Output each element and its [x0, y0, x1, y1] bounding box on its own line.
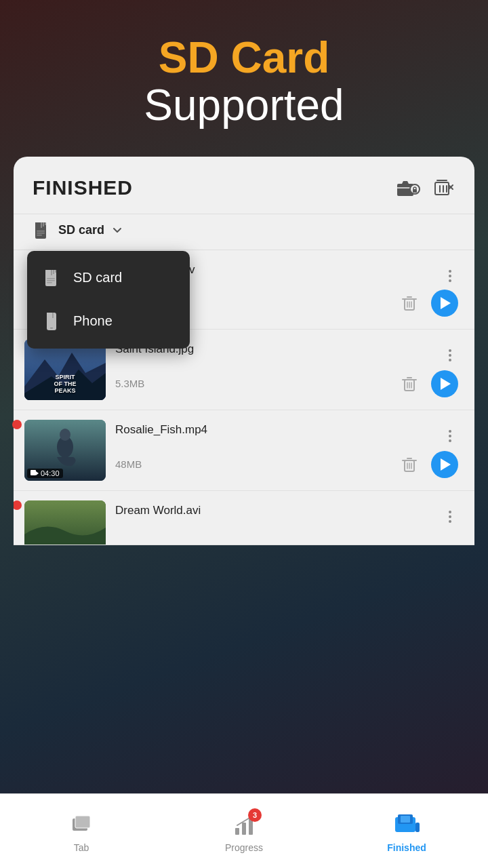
peaks-text: SPIRITOF THEPEAKS [52, 372, 79, 397]
hero-title-orange: SD Card [14, 34, 474, 81]
svg-rect-57 [30, 470, 36, 475]
new-indicator-dream [14, 500, 22, 510]
file-name-rosalie: Rosalie_Fish.mp4 [115, 422, 442, 437]
video-duration-rosalie: 04:30 [27, 469, 63, 478]
svg-rect-20 [45, 270, 51, 275]
play-button-rosalie[interactable] [431, 451, 458, 478]
svg-rect-38 [407, 296, 412, 298]
svg-rect-25 [47, 280, 55, 281]
file-item-dream-world: Dream World.avi [14, 491, 474, 545]
svg-rect-29 [52, 313, 54, 318]
svg-rect-13 [41, 222, 42, 228]
svg-rect-82 [415, 823, 420, 832]
dropdown-item-phone[interactable]: Phone [27, 300, 190, 343]
hero-title-white: Supported [14, 81, 474, 129]
svg-point-35 [449, 279, 451, 282]
play-triangle-icon-3 [441, 458, 451, 471]
svg-rect-26 [47, 282, 52, 283]
selector-label: SD card [58, 223, 104, 237]
chevron-down-icon [111, 224, 123, 237]
tab-icon [70, 813, 93, 836]
file-info-dream-world: Dream World.avi [106, 500, 464, 535]
card-header: FINISHED [14, 157, 474, 214]
sd-card-icon [33, 221, 52, 240]
sd-card-option-icon [43, 269, 62, 288]
finished-icon [394, 813, 420, 836]
file-btns-saint-island [397, 370, 458, 397]
file-name-dream: Dream World.avi [115, 503, 442, 518]
svg-rect-14 [43, 222, 44, 226]
tab-icon-area [66, 810, 96, 840]
selector-bar: SD card SD card [14, 214, 474, 250]
nav-item-progress[interactable]: 3 Progress [203, 810, 285, 853]
duration-label-rosalie: 04:30 [41, 469, 60, 477]
play-triangle-icon-2 [441, 378, 451, 390]
svg-point-56 [60, 429, 70, 441]
svg-rect-16 [37, 231, 45, 232]
file-thumb-dream-world [24, 500, 106, 545]
svg-marker-58 [36, 471, 39, 475]
delete-button-sound-of-y[interactable] [397, 291, 422, 315]
svg-point-70 [449, 515, 451, 518]
file-btns-sound-of-y [397, 290, 458, 317]
svg-rect-73 [75, 816, 90, 828]
new-indicator-rosalie [12, 420, 22, 429]
card-header-icons [396, 176, 455, 200]
nav-item-finished[interactable]: Finished [366, 810, 447, 853]
file-more-button-dream[interactable] [442, 503, 458, 530]
svg-point-45 [449, 349, 451, 352]
delete-button-rosalie[interactable] [397, 452, 422, 477]
delete-list-button[interactable] [431, 176, 455, 200]
file-size-saint-island: 5.3MB [115, 378, 144, 389]
svg-point-33 [449, 270, 451, 273]
svg-rect-15 [45, 222, 46, 225]
thumbnail-bg-dream [24, 500, 106, 545]
svg-point-34 [449, 275, 451, 277]
file-size-rosalie: 48MB [115, 458, 142, 470]
svg-rect-17 [37, 233, 45, 234]
play-button-saint-island[interactable] [431, 370, 458, 397]
file-name-row-dream: Dream World.avi [115, 503, 458, 530]
svg-rect-64 [407, 458, 412, 459]
nav-label-finished: Finished [387, 842, 426, 853]
svg-point-46 [449, 354, 451, 357]
file-more-button-rosalie[interactable] [442, 422, 458, 450]
play-button-sound-of-y[interactable] [431, 290, 458, 317]
svg-point-69 [449, 511, 451, 513]
file-actions-row-saint-island: 5.3MB [115, 370, 458, 397]
file-more-button-sound-of-y[interactable] [442, 262, 458, 290]
phone-option-icon [43, 312, 62, 331]
svg-rect-50 [407, 377, 412, 378]
file-actions-row-rosalie: 48MB [115, 451, 458, 478]
svg-rect-24 [47, 278, 55, 279]
svg-rect-4 [436, 180, 447, 181]
folder-lock-button[interactable] [396, 176, 420, 200]
svg-rect-28 [47, 313, 52, 318]
nav-label-tab: Tab [74, 842, 89, 853]
svg-point-59 [449, 430, 451, 433]
file-more-button-saint-island[interactable] [442, 342, 458, 369]
file-btns-rosalie [397, 451, 458, 478]
file-info-rosalie: Rosalie_Fish.mp4 48MB [106, 420, 464, 481]
svg-rect-74 [235, 828, 239, 835]
svg-rect-81 [401, 816, 410, 823]
svg-rect-22 [53, 270, 54, 274]
progress-badge: 3 [248, 808, 262, 822]
svg-rect-21 [51, 270, 52, 275]
play-triangle-icon [441, 297, 451, 309]
storage-selector-button[interactable]: SD card [33, 221, 123, 240]
nav-item-tab[interactable]: Tab [41, 810, 122, 853]
delete-button-saint-island[interactable] [397, 372, 422, 396]
finished-icon-area [392, 810, 422, 840]
progress-icon-area: 3 [229, 810, 259, 840]
svg-rect-30 [50, 328, 53, 329]
main-card: FINISHED [14, 157, 474, 545]
nav-label-progress: Progress [225, 842, 263, 853]
svg-point-61 [449, 439, 451, 442]
bottom-nav: Tab 3 Progress Fini [0, 793, 488, 868]
svg-rect-12 [35, 222, 41, 228]
file-thumb-rosalie-fish: 04:30 [24, 420, 106, 481]
card-title: FINISHED [33, 176, 133, 199]
dropdown-item-sdcard[interactable]: SD card [27, 256, 190, 300]
storage-dropdown: SD card Phone [27, 251, 190, 349]
